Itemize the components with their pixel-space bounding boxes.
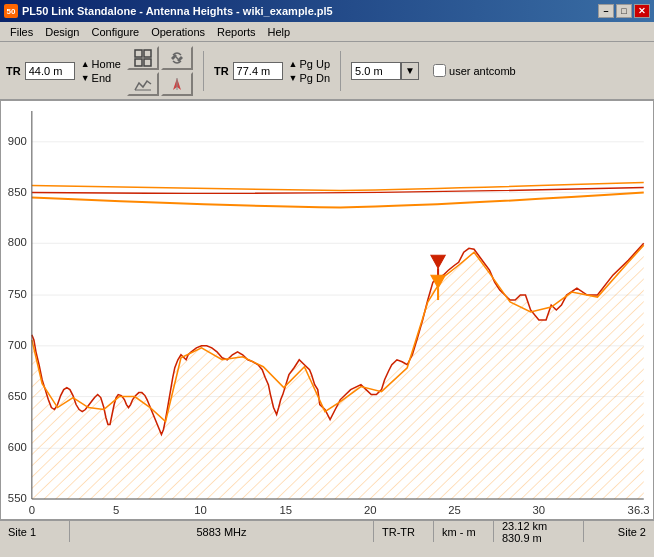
svg-text:30: 30 xyxy=(533,504,546,516)
antenna-icon xyxy=(168,75,186,93)
down-arrow-icon: ▼ xyxy=(81,73,90,83)
svg-text:36.3: 36.3 xyxy=(628,504,650,516)
menu-files[interactable]: Files xyxy=(4,24,39,40)
status-site2: Site 2 xyxy=(584,521,654,542)
user-antcomb-section: user antcomb xyxy=(433,64,516,77)
menu-bar: Files Design Configure Operations Report… xyxy=(0,22,654,42)
up-arrow-icon: ▲ xyxy=(81,59,90,69)
minimize-button[interactable]: – xyxy=(598,4,614,18)
app-icon: 50 xyxy=(4,4,18,18)
separator-2 xyxy=(340,51,341,91)
grid-icon-button[interactable] xyxy=(127,46,159,70)
status-distance: 23.12 km 830.9 m xyxy=(494,521,584,542)
svg-text:15: 15 xyxy=(280,504,293,516)
tr1-label: TR xyxy=(6,65,21,77)
status-mode: TR-TR xyxy=(374,521,434,542)
svg-text:5: 5 xyxy=(113,504,119,516)
svg-line-4 xyxy=(176,57,178,59)
svg-text:750: 750 xyxy=(8,288,27,300)
svg-text:0: 0 xyxy=(29,504,35,516)
pgup-arrow-icon: ▲ xyxy=(289,59,298,69)
antenna-icon-button[interactable] xyxy=(161,72,193,96)
height-dropdown-input[interactable] xyxy=(351,62,401,80)
menu-operations[interactable]: Operations xyxy=(145,24,211,40)
tr2-input[interactable] xyxy=(233,62,283,80)
chart-area: 550 600 650 700 750 800 850 900 0 5 10 1… xyxy=(0,100,654,520)
user-antcomb-checkbox[interactable] xyxy=(433,64,446,77)
terrain-icon-button[interactable] xyxy=(127,72,159,96)
window-controls: – □ ✕ xyxy=(598,4,650,18)
tr1-input[interactable] xyxy=(25,62,75,80)
link-icon-button[interactable] xyxy=(161,46,193,70)
svg-text:900: 900 xyxy=(8,135,27,147)
menu-help[interactable]: Help xyxy=(262,24,297,40)
nav-buttons-left: ▲ Home ▼ End xyxy=(81,58,121,84)
svg-text:550: 550 xyxy=(8,492,27,504)
tr1-section: TR xyxy=(6,62,75,80)
pgdn-arrow-icon: ▼ xyxy=(289,73,298,83)
tr2-section: TR xyxy=(214,62,283,80)
grid-icon xyxy=(134,49,152,67)
user-antcomb-label[interactable]: user antcomb xyxy=(433,64,516,77)
svg-text:600: 600 xyxy=(8,441,27,453)
tr2-label: TR xyxy=(214,65,229,77)
svg-rect-1 xyxy=(144,50,151,57)
height-dropdown-button[interactable]: ▼ xyxy=(401,62,419,80)
svg-text:10: 10 xyxy=(194,504,207,516)
status-frequency: 5883 MHz xyxy=(70,521,374,542)
svg-text:800: 800 xyxy=(8,236,27,248)
end-label: End xyxy=(92,72,112,84)
terrain-icon xyxy=(134,75,152,93)
svg-text:20: 20 xyxy=(364,504,377,516)
home-label: Home xyxy=(92,58,121,70)
link-icon xyxy=(168,49,186,67)
status-km: km - m xyxy=(434,521,494,542)
svg-text:700: 700 xyxy=(8,339,27,351)
menu-design[interactable]: Design xyxy=(39,24,85,40)
title-bar: 50 PL50 Link Standalone - Antenna Height… xyxy=(0,0,654,22)
svg-text:25: 25 xyxy=(448,504,461,516)
pg-buttons: ▲ Pg Up ▼ Pg Dn xyxy=(289,58,331,84)
svg-text:850: 850 xyxy=(8,186,27,198)
close-button[interactable]: ✕ xyxy=(634,4,650,18)
pgdn-label: Pg Dn xyxy=(300,72,331,84)
menu-configure[interactable]: Configure xyxy=(85,24,145,40)
toolbar: TR ▲ Home ▼ End xyxy=(0,42,654,100)
window-title: PL50 Link Standalone - Antenna Heights -… xyxy=(22,5,333,17)
svg-text:650: 650 xyxy=(8,390,27,402)
svg-rect-0 xyxy=(135,50,142,57)
maximize-button[interactable]: □ xyxy=(616,4,632,18)
svg-rect-3 xyxy=(144,59,151,66)
pgup-label: Pg Up xyxy=(300,58,331,70)
separator-1 xyxy=(203,51,204,91)
svg-rect-2 xyxy=(135,59,142,66)
status-bar: Site 1 5883 MHz TR-TR km - m 23.12 km 83… xyxy=(0,520,654,542)
dropdown-wrapper: ▼ xyxy=(351,62,419,80)
status-site1: Site 1 xyxy=(0,521,70,542)
terrain-chart: 550 600 650 700 750 800 850 900 0 5 10 1… xyxy=(1,101,653,519)
menu-reports[interactable]: Reports xyxy=(211,24,262,40)
icon-buttons xyxy=(127,46,193,96)
